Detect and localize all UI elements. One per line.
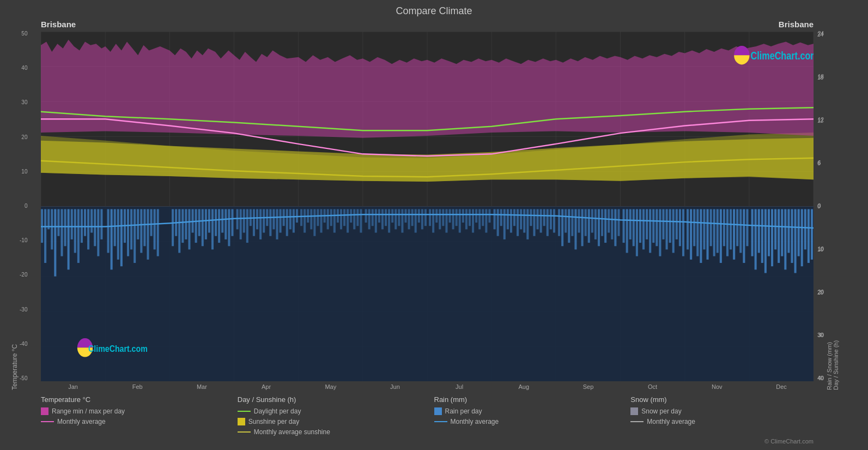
legend-rain-title: Rain (mm) (434, 395, 631, 404)
legend-rain: Rain (mm) Rain per day Monthly average (434, 395, 631, 436)
svg-rect-167 (517, 209, 519, 236)
svg-rect-111 (327, 209, 329, 229)
svg-rect-91 (259, 209, 262, 239)
svg-rect-161 (497, 209, 499, 236)
svg-rect-154 (472, 209, 474, 232)
svg-rect-168 (520, 209, 522, 229)
svg-rect-47 (97, 209, 99, 256)
svg-rect-240 (764, 209, 767, 273)
legend-rain-swatch (434, 407, 442, 415)
svg-rect-43 (84, 209, 86, 236)
svg-rect-247 (787, 209, 790, 253)
legend-temp-range: Range min / max per day (41, 407, 238, 415)
svg-rect-236 (751, 209, 754, 256)
x-axis-jul: Jul (427, 383, 491, 390)
svg-rect-196 (614, 209, 616, 246)
svg-rect-198 (623, 209, 625, 243)
svg-rect-222 (703, 209, 705, 249)
svg-rect-99 (286, 209, 288, 236)
legend-temp-avg-label: Monthly average (57, 418, 106, 425)
svg-rect-87 (246, 209, 248, 243)
legend-rain-day: Rain per day (434, 407, 631, 415)
svg-rect-115 (340, 209, 342, 229)
svg-rect-221 (700, 209, 702, 263)
svg-rect-205 (646, 209, 648, 239)
svg-rect-51 (114, 209, 116, 246)
svg-rect-135 (408, 209, 410, 229)
svg-rect-211 (666, 209, 668, 249)
svg-rect-39 (71, 209, 73, 239)
svg-rect-213 (672, 209, 675, 253)
svg-rect-159 (488, 209, 490, 223)
svg-rect-108 (317, 209, 319, 226)
svg-rect-109 (320, 209, 323, 232)
svg-rect-96 (276, 209, 278, 239)
svg-rect-113 (333, 209, 336, 232)
svg-rect-75 (205, 209, 207, 239)
svg-rect-67 (178, 209, 180, 253)
svg-rect-149 (456, 209, 458, 226)
x-axis-oct: Oct (621, 383, 685, 390)
y-axis-right-section-labels: Day / Sunshine (h) Rain / Snow (mm) (824, 20, 839, 390)
svg-rect-97 (280, 209, 282, 232)
svg-rect-223 (707, 209, 709, 259)
svg-rect-72 (195, 209, 197, 243)
legend-sunshine-title: Day / Sunshine (h) (238, 395, 434, 404)
svg-rect-165 (510, 209, 512, 232)
svg-rect-120 (356, 209, 359, 226)
legend-snow-swatch (630, 407, 638, 415)
svg-rect-185 (578, 209, 580, 232)
svg-rect-38 (68, 209, 70, 269)
legend-sunshine: Day / Sunshine (h) Daylight per day Suns… (238, 395, 434, 436)
svg-rect-64 (157, 209, 159, 256)
svg-rect-230 (730, 209, 732, 249)
svg-rect-218 (690, 209, 692, 259)
svg-rect-48 (100, 209, 102, 239)
svg-rect-50 (111, 209, 113, 269)
svg-rect-55 (127, 209, 129, 256)
legend-snow-avg-line (630, 421, 644, 422)
svg-rect-127 (381, 209, 384, 229)
svg-rect-166 (513, 209, 515, 226)
svg-rect-73 (198, 209, 201, 236)
svg-rect-117 (347, 209, 349, 232)
x-axis-jan: Jan (41, 383, 105, 390)
svg-rect-126 (378, 209, 380, 223)
legend-temp-range-swatch (41, 407, 48, 415)
svg-rect-49 (107, 209, 110, 253)
legend-snow-day: Snow per day (630, 407, 827, 415)
svg-rect-254 (811, 209, 813, 259)
legend-temp-avg-line (41, 421, 54, 422)
svg-rect-31 (44, 209, 46, 263)
svg-rect-243 (774, 209, 776, 249)
svg-rect-36 (60, 209, 63, 256)
svg-rect-140 (424, 209, 427, 226)
svg-rect-245 (781, 209, 783, 256)
svg-rect-233 (739, 209, 742, 253)
svg-rect-235 (746, 209, 748, 246)
svg-rect-158 (485, 209, 487, 232)
svg-rect-40 (74, 209, 76, 253)
svg-rect-176 (547, 209, 549, 236)
svg-rect-153 (469, 209, 471, 226)
svg-rect-170 (526, 209, 529, 239)
svg-rect-191 (598, 209, 600, 246)
svg-text:ClimeChart.com: ClimeChart.com (88, 343, 148, 353)
svg-rect-249 (794, 209, 797, 273)
svg-rect-134 (404, 209, 406, 223)
svg-rect-124 (372, 209, 374, 226)
svg-rect-237 (755, 209, 757, 269)
svg-rect-215 (679, 209, 681, 246)
svg-rect-150 (459, 209, 461, 232)
svg-rect-145 (442, 209, 444, 226)
svg-rect-60 (143, 209, 145, 246)
svg-rect-244 (778, 209, 780, 263)
svg-rect-207 (652, 209, 654, 243)
svg-rect-199 (626, 209, 628, 253)
svg-rect-234 (743, 209, 745, 263)
svg-rect-102 (296, 209, 298, 223)
x-axis-may: May (299, 383, 363, 390)
svg-rect-103 (300, 209, 302, 226)
legend-rain-avg-line (434, 421, 447, 422)
svg-rect-129 (388, 209, 390, 232)
